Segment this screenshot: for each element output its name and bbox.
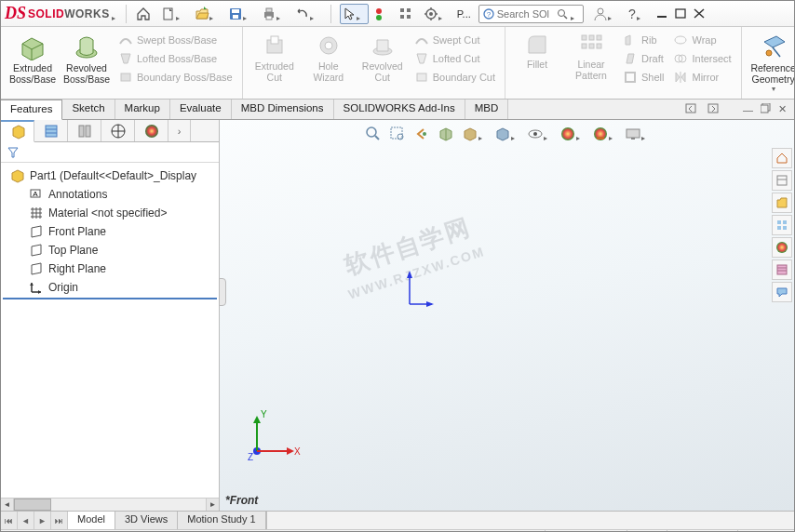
tp-home-icon[interactable] [772, 148, 792, 168]
svg-rect-32 [271, 36, 278, 44]
tab-mbd-dimensions[interactable]: MBD Dimensions [232, 100, 334, 119]
user-button[interactable] [589, 4, 620, 24]
settings-button[interactable] [420, 4, 451, 24]
doc-close-icon[interactable]: ✕ [778, 103, 787, 115]
rebuild-button[interactable] [371, 4, 392, 24]
tab-features[interactable]: Features [1, 100, 62, 120]
view-orient-button[interactable] [460, 124, 489, 144]
fm-tab-tree[interactable] [1, 120, 34, 142]
fm-tab-more[interactable]: › [168, 120, 191, 141]
bt-motion[interactable]: Motion Study 1 [178, 512, 265, 529]
tree-root[interactable]: Part1 (Default<<Default>_Display [3, 166, 217, 185]
appearance-button[interactable] [558, 124, 586, 144]
tree-material[interactable]: Material <not specified> [3, 204, 217, 222]
bt-nav-next[interactable]: ► [34, 512, 51, 529]
scene-button[interactable] [590, 124, 619, 144]
tp-forum-icon[interactable] [772, 282, 792, 302]
lofted-cut-button: Lofted Cut [411, 49, 499, 68]
tp-custom-props-icon[interactable] [772, 259, 792, 280]
boundary-boss-button: Boundary Boss/Base [115, 68, 236, 86]
bt-model[interactable]: Model [68, 512, 115, 529]
search-icon[interactable] [557, 8, 568, 20]
fm-scrollbar[interactable]: ◄ ► [1, 498, 219, 511]
tree-annotations[interactable]: A Annotations [3, 185, 217, 204]
svg-point-77 [423, 132, 426, 136]
fm-tab-config[interactable] [68, 120, 101, 141]
select-tool-button[interactable] [340, 4, 369, 24]
tp-view-palette-icon[interactable] [772, 215, 792, 235]
graphics-area[interactable]: 软件自学网 WWW.RJZXW.COM Y X Z *Fr [220, 120, 794, 511]
doc-restore-icon[interactable] [761, 103, 771, 115]
prev-doc-icon[interactable] [685, 103, 698, 116]
tree-front-plane[interactable]: Front Plane [3, 222, 217, 241]
tree-top-plane[interactable]: Top Plane [3, 241, 217, 259]
tp-file-explorer-icon[interactable] [772, 193, 792, 213]
draft-button: Draft [619, 49, 667, 68]
next-doc-icon[interactable] [706, 103, 719, 116]
tp-appearance-icon[interactable] [772, 237, 792, 258]
svg-rect-26 [676, 9, 685, 18]
tab-addins[interactable]: SOLIDWORKS Add-Ins [334, 100, 465, 119]
tree-right-plane[interactable]: Right Plane [3, 259, 217, 278]
reference-geometry-button[interactable]: Reference Geometry ▾ [748, 31, 795, 95]
options-grid-button[interactable] [395, 4, 417, 24]
annotations-icon: A [29, 187, 44, 202]
quick-access-toolbar: P... [132, 4, 475, 24]
zoom-area-button[interactable] [387, 124, 408, 144]
save-button[interactable] [224, 4, 255, 24]
display-style-button[interactable] [492, 124, 521, 144]
print-button[interactable] [258, 4, 289, 24]
home-button[interactable] [132, 4, 155, 24]
app-menu-dropdown-icon[interactable] [112, 11, 120, 17]
tp-design-lib-icon[interactable] [772, 170, 792, 191]
bt-nav-prev[interactable]: ◄ [18, 512, 34, 529]
fm-filter-bar[interactable] [1, 142, 219, 163]
extruded-boss-button[interactable]: Extruded Boss/Base [7, 31, 59, 86]
svg-point-7 [376, 8, 382, 14]
svg-point-80 [533, 132, 537, 136]
panel-split-handle[interactable] [219, 278, 226, 306]
fm-tab-property[interactable] [34, 120, 68, 141]
hole-wizard-button: Hole Wizard [303, 31, 355, 85]
new-button[interactable] [157, 4, 188, 24]
rollback-bar[interactable] [3, 298, 217, 299]
minimize-button[interactable] [656, 7, 667, 20]
boundary-cut-button: Boundary Cut [411, 68, 499, 86]
maximize-button[interactable] [675, 7, 686, 20]
tree-origin[interactable]: Origin [3, 278, 217, 297]
revolved-boss-button[interactable]: Revolved Boss/Base [61, 31, 113, 86]
svg-rect-12 [407, 15, 411, 19]
fillet-button: Fillet [511, 31, 563, 72]
open-button[interactable] [191, 4, 222, 24]
prev-view-button[interactable] [411, 124, 432, 144]
tab-sketch[interactable]: Sketch [62, 100, 115, 119]
tab-mbd[interactable]: MBD [465, 100, 509, 119]
doc-minimize-icon[interactable]: — [743, 104, 753, 115]
feature-tree: Part1 (Default<<Default>_Display A Annot… [1, 163, 219, 498]
fm-tab-dim[interactable] [101, 120, 135, 141]
fm-tab-display[interactable] [135, 120, 168, 141]
p-button[interactable]: P... [453, 6, 475, 22]
close-button[interactable] [694, 7, 705, 20]
svg-rect-57 [79, 126, 84, 137]
bt-3dviews[interactable]: 3D Views [115, 512, 178, 529]
tab-evaluate[interactable]: Evaluate [170, 100, 232, 119]
section-view-button[interactable] [436, 124, 456, 144]
bt-nav-last[interactable]: ⏭ [51, 512, 68, 529]
view-settings-button[interactable] [623, 125, 652, 143]
svg-rect-101 [777, 265, 787, 274]
undo-button[interactable] [291, 5, 322, 23]
hide-show-button[interactable] [525, 125, 554, 143]
svg-rect-42 [597, 44, 601, 48]
tree-root-label: Part1 (Default<<Default>_Display [30, 169, 196, 182]
search-box[interactable]: ? [478, 5, 584, 23]
app-logo: DS SOLIDWORKS [5, 4, 120, 23]
tab-markup[interactable]: Markup [115, 100, 170, 119]
lofted-boss-button: Lofted Boss/Base [115, 49, 236, 68]
bottom-tab-bar: ⏮ ◄ ► ⏭ Model 3D Views Motion Study 1 [1, 511, 794, 529]
search-input[interactable] [497, 8, 557, 20]
bt-nav-first[interactable]: ⏮ [1, 512, 18, 529]
help-button[interactable]: ? [620, 4, 649, 24]
task-pane [772, 148, 794, 302]
zoom-fit-button[interactable] [363, 124, 384, 144]
